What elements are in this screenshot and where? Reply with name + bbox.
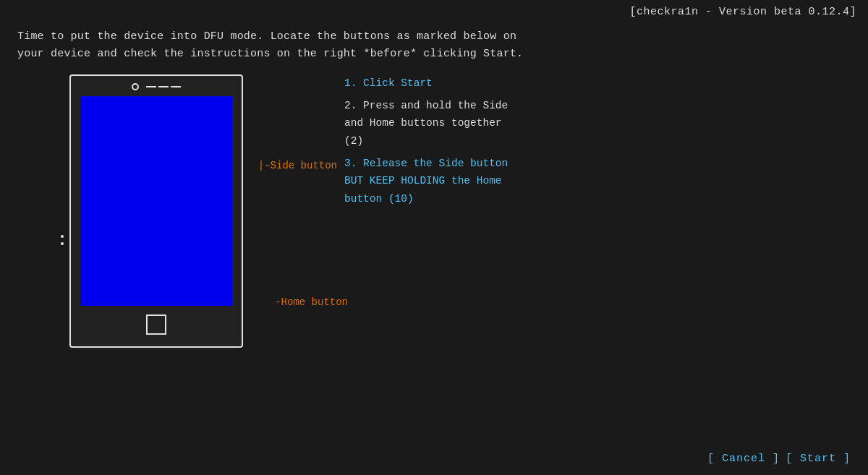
step-3-line2: BUT KEEP HOLDING the Home: [344, 175, 502, 187]
step-1-text: 1. Click Start: [344, 77, 433, 89]
phone-body: [69, 74, 243, 348]
step-2-line1: 2. Press and hold the Side: [344, 100, 508, 111]
step-1: 1. Click Start: [344, 74, 851, 93]
step-3-line1: 3. Release the Side button: [344, 158, 508, 169]
cancel-button[interactable]: [ Cancel ]: [707, 453, 780, 465]
title-bar: [checkra1n - Version beta 0.12.4]: [0, 0, 868, 21]
step-3: 3. Release the Side button BUT KEEP HOLD…: [344, 155, 851, 208]
phone-speaker-icon: [146, 86, 181, 87]
volume-dot-2: [61, 242, 64, 245]
instructions-panel: 1. Click Start 2. Press and hold the Sid…: [272, 74, 851, 212]
intro-line2: your device and check the instructions o…: [17, 46, 851, 63]
volume-dot-1: [61, 235, 64, 238]
step-2: 2. Press and hold the Side and Home butt…: [344, 97, 851, 150]
speaker-line-3: [171, 86, 181, 87]
start-button[interactable]: [ Start ]: [786, 453, 851, 465]
home-button-icon: [146, 314, 166, 335]
home-button-label: -Home button: [275, 296, 348, 308]
phone-top-bar: [77, 83, 236, 90]
main-content: |-Side button -Home button 1. Click Star…: [0, 74, 868, 348]
step-2-line3: (2): [344, 135, 363, 147]
bottom-bar: [ Cancel ] [ Start ]: [707, 453, 851, 465]
intro-section: Time to put the device into DFU mode. Lo…: [0, 21, 868, 74]
title-text: [checkra1n - Version beta 0.12.4]: [629, 6, 856, 18]
step-3-line3: button (10): [344, 193, 414, 205]
phone-bottom-area: [146, 314, 166, 335]
phone-screen: [80, 96, 232, 306]
step-2-line2: and Home buttons together: [344, 117, 502, 129]
side-volume-indicator: [61, 233, 64, 247]
phone-camera-icon: [132, 83, 139, 90]
speaker-line-1: [146, 86, 156, 87]
intro-line1: Time to put the device into DFU mode. Lo…: [17, 28, 851, 46]
speaker-line-2: [158, 86, 169, 87]
side-button-label: |-Side button: [258, 160, 337, 171]
phone-diagram: |-Side button -Home button: [61, 74, 243, 348]
